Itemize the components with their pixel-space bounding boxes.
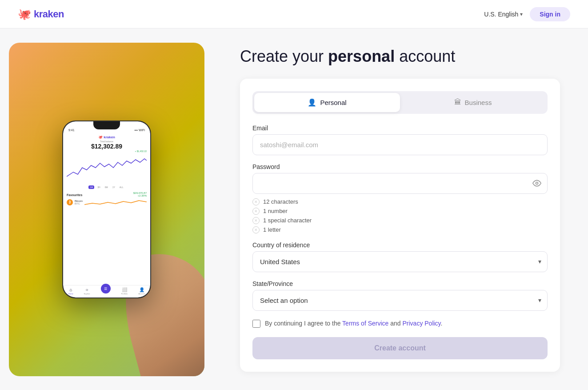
phone-tabs: 1M 3H 6M 1Y ALL <box>67 185 147 189</box>
country-group: Country of residence United States ▾ <box>252 241 548 272</box>
form-card: 👤 Personal 🏛 Business Email Password <box>240 79 560 372</box>
phone-notch <box>93 121 120 129</box>
terms-row: By continuing I agree to the Terms of Se… <box>252 319 548 328</box>
phone-nav-home: ⌂ Home <box>68 287 73 295</box>
req-icon-letter: ✕ <box>252 226 260 233</box>
req-icon-characters: ✕ <box>252 198 260 205</box>
terms-text: By continuing I agree to the Terms of Se… <box>265 319 442 328</box>
logo-text: kraken <box>34 8 64 20</box>
req-text-number: 1 number <box>263 208 288 214</box>
phone-nav-explore: ○ Explore <box>84 287 90 295</box>
phone-chart-svg <box>67 154 147 181</box>
language-selector[interactable]: U.S. English ▾ <box>484 11 523 18</box>
right-panel: Create your personal account 👤 Personal … <box>213 28 588 390</box>
password-requirements: ✕ 12 characters ✕ 1 number ✕ 1 special c… <box>252 198 548 233</box>
phone-favourites-title: Favourites <box>67 193 82 197</box>
phone-tab-1m: 1M <box>88 185 94 189</box>
req-characters: ✕ 12 characters <box>252 198 548 205</box>
logo-icon: 🐙 <box>18 8 31 20</box>
toggle-business[interactable]: 🏛 Business <box>400 93 546 112</box>
center-nav-icon: ≡ <box>101 284 111 294</box>
phone-nav-portfolio: ⬜ Portfolio <box>121 287 128 295</box>
req-icon-number: ✕ <box>252 208 260 215</box>
phone-nav-bar: ⌂ Home ○ Explore ≡ ⬜ <box>63 285 150 298</box>
home-icon: ⌂ <box>69 287 72 292</box>
portfolio-icon: ⬜ <box>122 287 127 292</box>
bitcoin-name: Bitcoin <box>75 200 83 202</box>
state-select-wrapper: Select an option ▾ <box>252 290 548 311</box>
sign-in-button[interactable]: Sign in <box>530 7 570 21</box>
password-toggle-button[interactable] <box>532 179 541 188</box>
req-letter: ✕ 1 letter <box>252 226 548 233</box>
bitcoin-icon: ₿ <box>67 199 73 205</box>
req-text-special: 1 special character <box>263 217 312 224</box>
phone-tab-all: ALL <box>118 185 125 189</box>
logo: 🐙 kraken <box>18 8 64 20</box>
language-label: U.S. English <box>484 11 518 18</box>
email-label: Email <box>252 125 548 132</box>
phone-bitcoin-row: ₿ Bitcoin BTC <box>67 198 147 207</box>
chevron-down-icon: ▾ <box>520 11 523 17</box>
phone-logo: 🐙 kraken <box>67 135 147 139</box>
phone-nav-account: 👤 Account <box>138 287 144 295</box>
password-label: Password <box>252 163 548 170</box>
terms-mid: and <box>388 320 402 327</box>
page-title-suffix: account <box>395 47 455 65</box>
svg-point-0 <box>536 182 538 185</box>
page-title: Create your personal account <box>240 47 561 66</box>
terms-after: . <box>441 320 443 327</box>
country-select-wrapper: United States ▾ <box>252 251 548 272</box>
personal-icon: 👤 <box>308 98 316 107</box>
account-type-toggle: 👤 Personal 🏛 Business <box>252 91 548 114</box>
phone-app-content: 🐙 kraken Total balance $12,302.89 + $1,4… <box>63 132 150 285</box>
create-account-button[interactable]: Create account <box>252 337 548 359</box>
toggle-personal[interactable]: 👤 Personal <box>254 93 400 112</box>
phone-tab-6m: 6M <box>104 185 109 189</box>
explore-icon: ○ <box>86 287 88 292</box>
state-select[interactable]: Select an option <box>252 290 548 311</box>
password-group: Password ✕ 12 characters <box>252 163 548 233</box>
req-number: ✕ 1 number <box>252 208 548 215</box>
personal-label: Personal <box>320 99 346 106</box>
phone-bitcoin-amount: $29,070.87 +2.35% <box>133 192 147 197</box>
email-input[interactable] <box>252 134 548 155</box>
password-input[interactable] <box>252 173 548 194</box>
req-text-letter: 1 letter <box>263 226 281 233</box>
state-group: State/Province Select an option ▾ <box>252 280 548 311</box>
account-icon: 👤 <box>139 287 144 292</box>
main-content: 9:41 ▪▪▪ WiFi 🐙 kraken Total balance $12… <box>0 28 588 390</box>
password-wrapper <box>252 173 548 194</box>
page-title-bold: personal <box>328 47 395 65</box>
terms-before: By continuing I agree to the <box>265 320 342 327</box>
bitcoin-sparkline <box>84 198 147 207</box>
terms-of-service-link[interactable]: Terms of Service <box>342 320 388 327</box>
country-label: Country of residence <box>252 241 548 249</box>
phone-change: + $1,432.22 <box>67 150 147 153</box>
privacy-policy-link[interactable]: Privacy Policy <box>402 320 440 327</box>
eye-icon <box>532 179 541 188</box>
phone-time: 9:41 <box>68 129 75 132</box>
email-group: Email <box>252 125 548 155</box>
phone-mockup: 9:41 ▪▪▪ WiFi 🐙 kraken Total balance $12… <box>62 121 151 298</box>
bitcoin-ticker: BTC <box>75 202 83 205</box>
phone-tab-1y: 1Y <box>111 185 116 189</box>
state-label: State/Province <box>252 280 548 287</box>
business-icon: 🏛 <box>454 98 461 106</box>
header-right: U.S. English ▾ Sign in <box>484 7 570 21</box>
hero-image: 9:41 ▪▪▪ WiFi 🐙 kraken Total balance $12… <box>9 43 204 376</box>
page-title-prefix: Create your <box>240 47 328 65</box>
phone-nav-center: ≡ <box>101 287 111 295</box>
phone-balance: $12,302.89 <box>67 143 147 150</box>
country-select[interactable]: United States <box>252 251 548 272</box>
req-special: ✕ 1 special character <box>252 217 548 224</box>
phone-signal: ▪▪▪ WiFi <box>135 129 145 132</box>
req-text-characters: 12 characters <box>263 198 298 205</box>
req-icon-special: ✕ <box>252 217 260 224</box>
business-label: Business <box>465 99 492 106</box>
left-panel: 9:41 ▪▪▪ WiFi 🐙 kraken Total balance $12… <box>0 28 213 390</box>
terms-checkbox[interactable] <box>252 320 260 328</box>
phone-tab-3h: 3H <box>96 185 101 189</box>
phone-screen: 9:41 ▪▪▪ WiFi 🐙 kraken Total balance $12… <box>63 121 150 298</box>
header: 🐙 kraken U.S. English ▾ Sign in <box>0 0 588 28</box>
